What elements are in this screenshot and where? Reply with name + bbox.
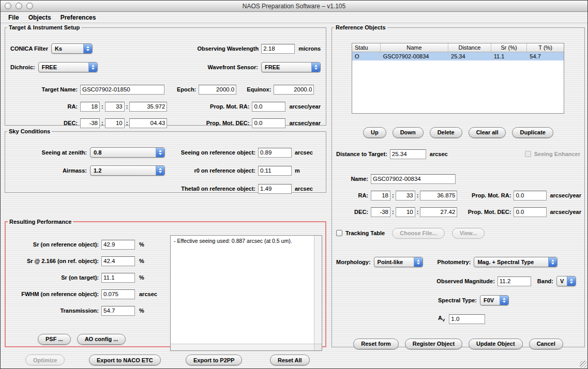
av-label: AV (438, 315, 445, 322)
ra-hours-input[interactable] (80, 102, 100, 112)
menu-file[interactable]: File (4, 14, 24, 21)
title-bar: NAOS Preparation Software – v1.105 (1, 1, 587, 12)
duplicate-button[interactable]: Duplicate (512, 127, 553, 138)
target-name-input[interactable] (80, 85, 164, 95)
dec-minutes-input[interactable] (105, 118, 125, 128)
equinox-input[interactable] (274, 85, 314, 95)
fwhm-input[interactable] (101, 289, 135, 299)
theta0-on-ref-input[interactable] (258, 184, 292, 194)
delete-button[interactable]: Delete (430, 127, 462, 138)
ref-dec-minutes-input[interactable] (396, 207, 415, 217)
seeing-at-zenith-label: Seeing at zenith: (10, 149, 87, 156)
sr-ref-input[interactable] (101, 240, 135, 250)
wavefront-sensor-select[interactable]: FREE (261, 62, 321, 72)
zoom-window-button[interactable] (26, 3, 33, 9)
minimize-window-button[interactable] (16, 3, 22, 9)
reset-all-button[interactable]: Reset All (270, 355, 310, 365)
ra-minutes-input[interactable] (105, 102, 125, 112)
popup-arrows-icon (156, 166, 164, 175)
dichroic-select[interactable]: FREE (38, 62, 98, 72)
update-object-button[interactable]: Update Object (469, 339, 523, 349)
seeing-enhancer-label: Seeing Enhancer (534, 151, 580, 157)
reset-form-button[interactable]: Reset form (353, 339, 398, 349)
morphology-select[interactable]: Point-like (374, 257, 423, 267)
ref-ra-minutes-input[interactable] (396, 191, 415, 201)
dec-seconds-input[interactable] (129, 118, 167, 128)
dec-degrees-input[interactable] (80, 118, 100, 128)
choose-file-button: Choose File... (392, 228, 445, 239)
ref-ra-label: RA: (336, 192, 368, 198)
sr-ref-label: Sr (on reference object): (10, 241, 99, 248)
sky-conditions-group: Sky Conditions Seeing at zenith: 0.8 See… (5, 128, 326, 193)
psf-button[interactable]: PSF ... (38, 334, 71, 345)
cancel-button[interactable]: Cancel (529, 339, 563, 349)
dichroic-label: Dichroic: (10, 64, 35, 70)
prop-mot-ra-label: Prop. Mot. RA: (210, 103, 249, 110)
ao-config-button[interactable]: AO config ... (77, 334, 126, 345)
view-button: View... (452, 228, 485, 239)
conica-filter-label: CONICA Filter (10, 45, 48, 52)
log-horizontal-scrollbar[interactable] (171, 344, 314, 350)
sr-2166-input[interactable] (101, 256, 135, 266)
airmass-select[interactable]: 1.2 (90, 165, 165, 176)
ref-ra-hours-input[interactable] (371, 191, 390, 201)
export-naco-etc-button[interactable]: Export to NACO ETC (89, 355, 161, 365)
seeing-at-zenith-select[interactable]: 0.8 (90, 147, 165, 158)
clear-all-button[interactable]: Clear all (469, 127, 506, 138)
optimize-button: Optimize (25, 355, 65, 365)
cell-name: GSC07902-00834 (381, 52, 448, 60)
av-input[interactable] (449, 314, 485, 324)
wavefront-sensor-label: Wavefront Sensor: (208, 64, 258, 70)
tracking-table-checkbox[interactable] (336, 230, 342, 236)
photometry-select[interactable]: Mag. + Spectral Type (474, 257, 557, 267)
r0-on-ref-input[interactable] (258, 166, 292, 176)
ra-label: RA: (10, 103, 78, 110)
cell-status: O (352, 52, 381, 60)
transmission-input[interactable] (101, 306, 135, 316)
seeing-on-ref-input[interactable] (258, 148, 292, 158)
observed-magnitude-input[interactable] (497, 276, 531, 286)
log-vertical-scrollbar[interactable] (314, 236, 322, 344)
target-name-label: Target Name: (10, 86, 78, 93)
prop-mot-ra-input[interactable] (252, 102, 285, 112)
table-row[interactable]: O GSC07902-00834 25.34 11.1 54.7 (352, 52, 564, 60)
ref-prop-mot-ra-label: Prop. Mot. RA: (472, 192, 511, 198)
morphology-value: Point-like (374, 257, 414, 267)
resize-grip[interactable] (580, 361, 587, 368)
conica-filter-select[interactable]: Ks (51, 43, 93, 54)
band-select[interactable]: V (556, 276, 576, 286)
observing-wavelength-input[interactable] (261, 44, 295, 54)
popup-arrows-icon (548, 257, 557, 267)
spectral-type-label: Spectral Type: (438, 297, 477, 303)
ref-prop-mot-ra-input[interactable] (514, 191, 547, 201)
epoch-label: Epoch: (177, 86, 196, 93)
equinox-label: Equinox: (247, 86, 271, 93)
photometry-value: Mag. + Spectral Type (474, 257, 548, 267)
spectral-type-select[interactable]: F0V (480, 295, 509, 305)
ref-dec-degrees-input[interactable] (371, 207, 390, 217)
ref-ra-seconds-input[interactable] (420, 191, 457, 201)
ref-dec-seconds-input[interactable] (420, 207, 457, 217)
ra-seconds-input[interactable] (129, 102, 167, 112)
up-button[interactable]: Up (363, 127, 386, 138)
performance-log: - Effective seeing used: 0.887 arcsec (a… (170, 235, 322, 351)
table-header-row: Statu Name Distance Sr (%) T (%) (352, 43, 564, 52)
ref-name-input[interactable] (371, 174, 456, 184)
popup-arrows-icon (88, 63, 97, 72)
export-p2pp-button[interactable]: Export to P2PP (186, 355, 242, 365)
wavefront-sensor-value: FREE (262, 63, 311, 72)
distance-to-target-input[interactable] (390, 149, 426, 159)
close-window-button[interactable] (5, 3, 11, 9)
prop-mot-dec-input[interactable] (252, 118, 285, 128)
observing-wavelength-label: Observing Wavelength (197, 45, 259, 52)
popup-arrows-icon (156, 148, 164, 157)
reference-objects-table: Statu Name Distance Sr (%) T (%) O GSC07… (352, 43, 564, 114)
epoch-input[interactable] (199, 85, 236, 95)
down-button[interactable]: Down (393, 127, 424, 138)
sr-target-input[interactable] (101, 273, 135, 283)
menu-objects[interactable]: Objects (24, 14, 56, 21)
seeing-on-ref-unit: arcsec (295, 149, 321, 156)
menu-preferences[interactable]: Preferences (56, 14, 101, 21)
ref-prop-mot-dec-input[interactable] (514, 207, 547, 217)
register-object-button[interactable]: Register Object (405, 339, 462, 349)
